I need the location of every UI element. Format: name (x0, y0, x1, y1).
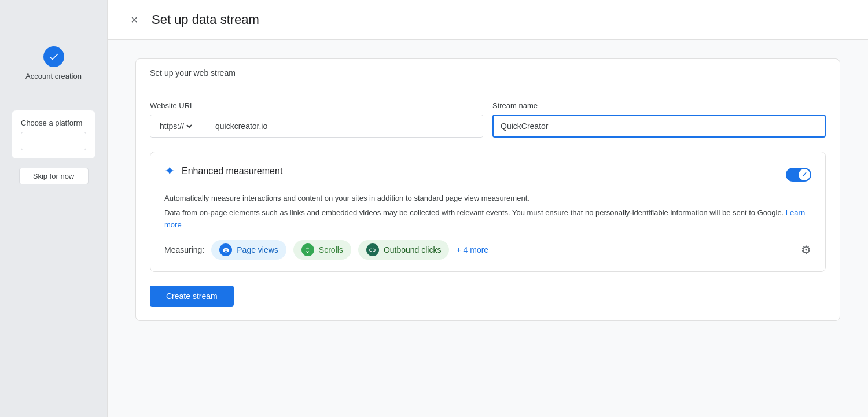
sparkle-icon: ✦ (164, 164, 175, 179)
link-icon (366, 243, 379, 256)
stream-name-label: Stream name (492, 101, 826, 110)
chip-outbound-clicks[interactable]: Outbound clicks (358, 240, 450, 260)
sidebar: Account creation Choose a platform Skip … (0, 0, 107, 417)
toggle-check-icon: ✓ (801, 171, 807, 179)
chip-scrolls-label: Scrolls (319, 245, 343, 254)
create-stream-button[interactable]: Create stream (150, 286, 234, 307)
chip-page-views-label: Page views (237, 245, 278, 254)
stream-name-field-group: Stream name (492, 101, 826, 138)
stream-name-input[interactable] (492, 115, 826, 138)
form-card: Set up your web stream Website URL https… (135, 58, 840, 321)
toggle-thumb: ✓ (799, 169, 810, 180)
step-label-account-creation: Account creation (25, 72, 82, 80)
sidebar-platform-card: Choose a platform (12, 110, 95, 158)
protocol-select-input[interactable]: https:// http:// (157, 121, 194, 131)
measuring-row: Measuring: Page views (164, 240, 811, 260)
sidebar-platform-input[interactable] (21, 132, 86, 150)
enhanced-header-row: ✦ Enhanced measurement ✓ (164, 164, 811, 186)
more-chips-link[interactable]: + 4 more (456, 245, 488, 254)
form-card-body: Website URL https:// http:// (136, 87, 840, 320)
sidebar-platform-title: Choose a platform (21, 119, 86, 127)
measuring-label: Measuring: (164, 245, 204, 254)
panel-content: Set up your web stream Website URL https… (108, 40, 868, 417)
website-url-field-group: Website URL https:// http:// (150, 101, 483, 138)
main-panel: × Set up data stream Set up your web str… (107, 0, 868, 417)
enhanced-desc-1: Automatically measure interactions and c… (164, 193, 811, 205)
eye-icon (219, 243, 232, 256)
step-circle (43, 46, 64, 67)
skip-for-now-button[interactable]: Skip for now (19, 168, 89, 184)
settings-icon[interactable]: ⚙ (801, 243, 811, 257)
enhanced-toggle[interactable]: ✓ (786, 168, 811, 182)
url-stream-row: Website URL https:// http:// (150, 101, 826, 138)
scroll-icon (301, 243, 314, 256)
enhanced-title: Enhanced measurement (182, 166, 282, 176)
chip-scrolls[interactable]: Scrolls (293, 240, 351, 260)
close-button[interactable]: × (126, 12, 142, 28)
panel-header: × Set up data stream (108, 0, 868, 40)
enhanced-desc-2: Data from on-page elements such as links… (164, 207, 811, 231)
sidebar-step-account-creation: Account creation (25, 46, 82, 80)
enhanced-header: ✦ Enhanced measurement (164, 164, 282, 179)
panel-title: Set up data stream (152, 12, 259, 27)
url-domain-input[interactable] (208, 115, 483, 137)
website-url-label: Website URL (150, 101, 483, 110)
form-section-title: Set up your web stream (136, 59, 840, 87)
url-protocol-select[interactable]: https:// http:// (150, 115, 208, 137)
chip-outbound-label: Outbound clicks (384, 245, 442, 254)
url-input-wrapper: https:// http:// (150, 115, 483, 138)
enhanced-measurement-section: ✦ Enhanced measurement ✓ Automatically m… (150, 152, 826, 272)
chip-page-views[interactable]: Page views (211, 240, 286, 260)
